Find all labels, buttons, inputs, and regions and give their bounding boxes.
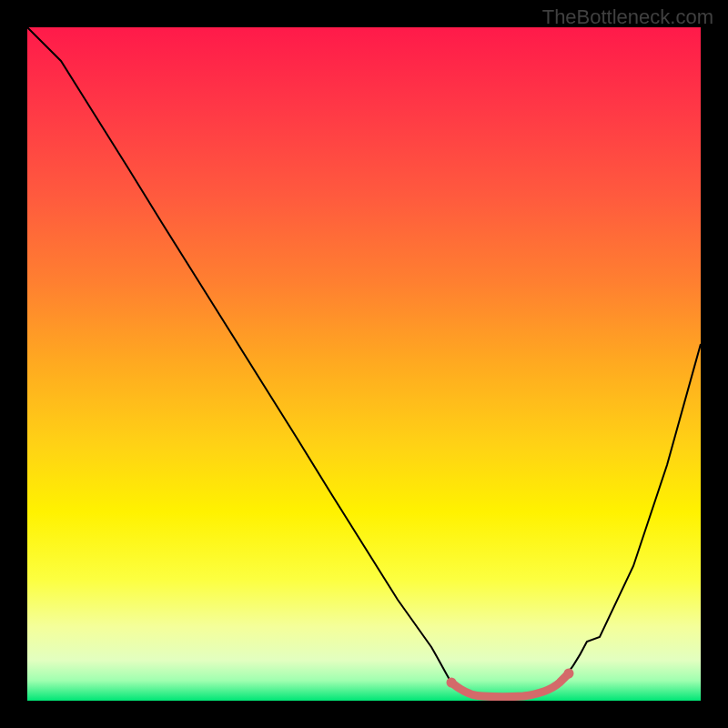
bottleneck-curve bbox=[27, 27, 701, 701]
chart-container bbox=[27, 27, 701, 701]
curve-path bbox=[27, 27, 701, 697]
watermark-text: TheBottleneck.com bbox=[542, 5, 713, 29]
optimal-start-dot bbox=[447, 678, 457, 688]
optimal-end-dot bbox=[564, 669, 574, 679]
optimal-zone-marker bbox=[451, 673, 569, 697]
